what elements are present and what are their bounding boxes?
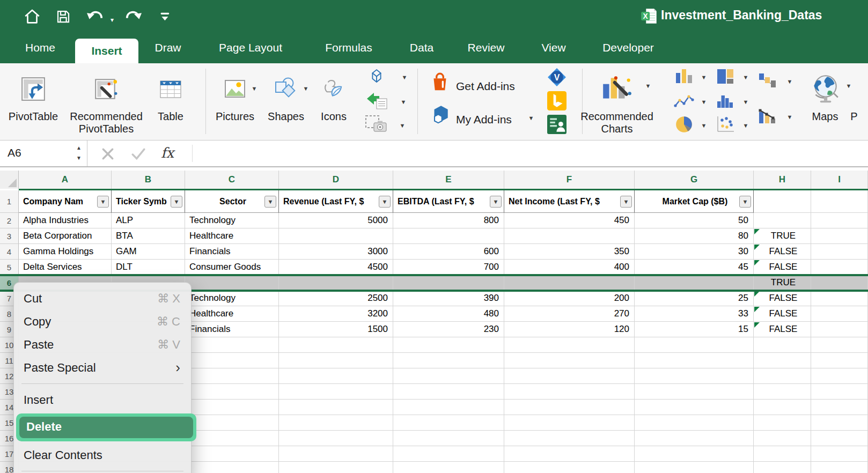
menu-item-copy[interactable]: Copy⌘ C xyxy=(14,310,191,333)
cell-F7[interactable]: 200 xyxy=(504,291,635,306)
cell-E10[interactable] xyxy=(393,337,504,353)
cell-E7[interactable]: 390 xyxy=(393,291,504,306)
cell-F14[interactable] xyxy=(504,400,635,415)
cell-E13[interactable] xyxy=(393,384,504,400)
cell-I4[interactable] xyxy=(811,244,868,260)
cell-D15[interactable] xyxy=(279,415,393,431)
cell-I6[interactable] xyxy=(811,275,868,291)
cell-E12[interactable] xyxy=(393,368,504,384)
cell-F6[interactable] xyxy=(504,275,635,291)
column-header-A[interactable]: A xyxy=(19,171,112,189)
tab-formulas[interactable]: Formulas xyxy=(317,32,381,63)
cancel-icon[interactable] xyxy=(101,147,115,163)
cell-E8[interactable]: 480 xyxy=(393,306,504,322)
cell-E18[interactable] xyxy=(393,462,504,473)
cell-C15[interactable] xyxy=(185,415,279,431)
cell-G13[interactable] xyxy=(635,384,754,400)
cell-A3[interactable]: Beta Corporation xyxy=(19,228,112,244)
cell-H9[interactable]: FALSE xyxy=(754,322,811,337)
cell-H10[interactable] xyxy=(754,337,811,353)
chart-line-dropdown-icon[interactable]: ▼ xyxy=(701,99,707,105)
cell-C9[interactable]: Financials xyxy=(185,322,279,337)
cell-G12[interactable] xyxy=(635,368,754,384)
cell-G17[interactable] xyxy=(635,446,754,462)
cell-D3[interactable] xyxy=(279,228,393,244)
filter-button-F[interactable]: ▼ xyxy=(620,196,632,208)
cell-I7[interactable] xyxy=(811,291,868,306)
tab-home[interactable]: Home xyxy=(19,32,61,63)
cell-F15[interactable] xyxy=(504,415,635,431)
cell-I15[interactable] xyxy=(811,415,868,431)
column-header-E[interactable]: E xyxy=(393,171,504,189)
cell-I16[interactable] xyxy=(811,431,868,446)
cell-F11[interactable] xyxy=(504,353,635,368)
formula-input[interactable] xyxy=(196,141,867,166)
cell-E2[interactable]: 800 xyxy=(393,213,504,228)
cell-I10[interactable] xyxy=(811,337,868,353)
tab-view[interactable]: View xyxy=(533,32,574,63)
cell-D16[interactable] xyxy=(279,431,393,446)
menu-item-paste[interactable]: Paste⌘ V xyxy=(14,333,191,356)
chart-pie-dropdown-icon[interactable]: ▼ xyxy=(701,122,707,129)
undo-dropdown-icon[interactable]: ▾ xyxy=(111,16,114,24)
name-box[interactable]: A6 ▲▼ xyxy=(0,141,87,166)
cell-H11[interactable] xyxy=(754,353,811,368)
recommended-charts-dropdown-icon[interactable]: ▼ xyxy=(645,83,651,89)
my-add-ins-dropdown-icon[interactable]: ▼ xyxy=(528,115,534,121)
filter-button-G[interactable]: ▼ xyxy=(739,196,751,208)
row-header-5[interactable]: 5 xyxy=(0,260,19,275)
column-header-I[interactable]: I xyxy=(811,171,868,189)
cell-G18[interactable] xyxy=(635,462,754,473)
cell-D17[interactable] xyxy=(279,446,393,462)
cell-H13[interactable] xyxy=(754,384,811,400)
cell-C18[interactable] xyxy=(185,462,279,473)
cell-C2[interactable]: Technology xyxy=(185,213,279,228)
cell-A4[interactable]: Gamma Holdings xyxy=(19,244,112,260)
cell-F8[interactable]: 270 xyxy=(504,306,635,322)
tab-developer[interactable]: Developer xyxy=(590,32,666,63)
cell-H7[interactable]: FALSE xyxy=(754,291,811,306)
cell-A5[interactable]: Delta Services xyxy=(19,260,112,275)
row-header-1[interactable]: 1 xyxy=(0,190,19,213)
filter-button-C[interactable]: ▼ xyxy=(264,196,276,208)
cell-H18[interactable] xyxy=(754,462,811,473)
cell-E14[interactable] xyxy=(393,400,504,415)
cell-F12[interactable] xyxy=(504,368,635,384)
cell-G7[interactable]: 25 xyxy=(635,291,754,306)
cell-H5[interactable]: FALSE xyxy=(754,260,811,275)
cell-C16[interactable] xyxy=(185,431,279,446)
cell-G10[interactable] xyxy=(635,337,754,353)
cell-G11[interactable] xyxy=(635,353,754,368)
cell-C10[interactable] xyxy=(185,337,279,353)
cell-B5[interactable]: DLT xyxy=(112,260,185,275)
menu-item-cut[interactable]: Cut⌘ X xyxy=(14,287,191,310)
filter-button-D[interactable]: ▼ xyxy=(379,196,391,208)
cell-G4[interactable]: 30 xyxy=(635,244,754,260)
cell-E15[interactable] xyxy=(393,415,504,431)
cell-G16[interactable] xyxy=(635,431,754,446)
cell-I5[interactable] xyxy=(811,260,868,275)
column-header-D[interactable]: D xyxy=(279,171,393,189)
smartart-dropdown-icon[interactable]: ▼ xyxy=(401,99,407,105)
filter-button-A[interactable]: ▼ xyxy=(97,196,109,208)
cell-D11[interactable] xyxy=(279,353,393,368)
cell-F1[interactable]: Net Income (Last FY, $ xyxy=(504,190,635,213)
cell-I18[interactable] xyxy=(811,462,868,473)
cell-C17[interactable] xyxy=(185,446,279,462)
cell-E1[interactable]: EBITDA (Last FY, $ xyxy=(393,190,504,213)
cell-H8[interactable]: FALSE xyxy=(754,306,811,322)
cell-I13[interactable] xyxy=(811,384,868,400)
chart-treemap-dropdown-icon[interactable]: ▼ xyxy=(743,74,749,80)
cell-G3[interactable]: 80 xyxy=(635,228,754,244)
chart-histogram-dropdown-icon[interactable]: ▼ xyxy=(743,99,749,105)
cell-C12[interactable] xyxy=(185,368,279,384)
undo-icon[interactable] xyxy=(85,8,106,26)
cell-D18[interactable] xyxy=(279,462,393,473)
cell-G5[interactable]: 45 xyxy=(635,260,754,275)
cell-F3[interactable] xyxy=(504,228,635,244)
home-icon[interactable] xyxy=(21,8,43,26)
cell-C11[interactable] xyxy=(185,353,279,368)
cell-C5[interactable]: Consumer Goods xyxy=(185,260,279,275)
cell-H4[interactable]: FALSE xyxy=(754,244,811,260)
chart-scatter-dropdown-icon[interactable]: ▼ xyxy=(743,122,749,129)
